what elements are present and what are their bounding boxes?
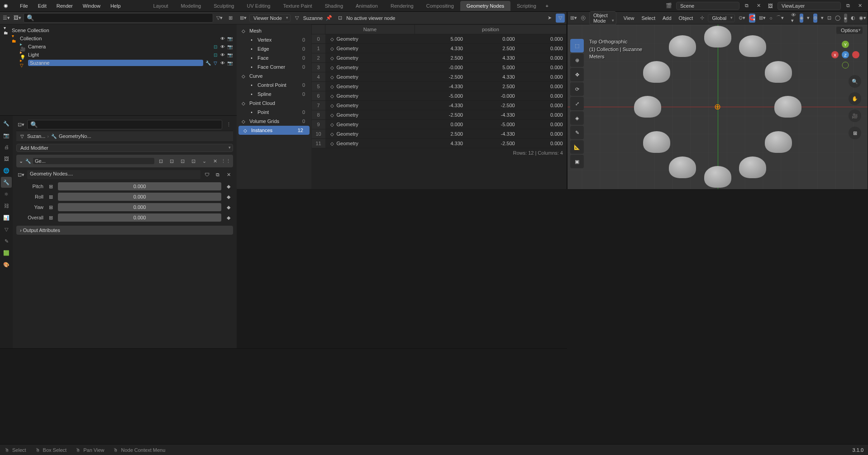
value-input[interactable]: 0.000 [58,213,221,222]
new-collection-icon[interactable]: ⊞ [226,14,235,23]
mod-drag-icon[interactable]: ⋮⋮ [221,156,230,166]
workspace-tab-compositing[interactable]: Compositing [420,1,460,11]
shading-rendered-icon[interactable]: ◉▾ [859,14,866,23]
table-row[interactable]: 10◇ Geometry2.500-4.3300.000 [312,129,567,139]
scene-icon[interactable]: 🎬 [664,1,673,10]
table-row[interactable]: 8◇ Geometry-2.500-4.3300.000 [312,110,567,120]
mod-delete-icon[interactable]: ✕ [210,156,219,166]
menu-file[interactable]: File [15,1,33,10]
cursor-tool[interactable]: ⊕ [570,53,584,67]
menu-window[interactable]: Window [78,1,105,10]
keyframe-icon[interactable]: ◆ [224,182,233,191]
workspace-tab-scripting[interactable]: Scripting [510,1,543,11]
measure-tool[interactable]: 📐 [570,140,584,154]
properties-search[interactable] [27,120,222,129]
proportional-icon[interactable]: ○ [769,14,773,23]
eye-icon[interactable]: 👁 [219,52,226,58]
eye-icon[interactable]: 👁 [219,60,226,66]
shading-material-icon[interactable]: ◐ [851,14,855,23]
add-modifier-button[interactable]: Add Modifier [16,144,233,152]
outliner-search[interactable] [24,13,213,23]
viewport-options[interactable]: Options [836,26,863,34]
interaction-mode[interactable]: Object Mode [589,11,616,25]
table-row[interactable]: 0◇ Geometry5.0000.0000.000 [312,34,567,44]
workspace-tab-rendering[interactable]: Rendering [384,1,420,11]
outliner-camera[interactable]: ▸ 🎥Camera⊡👁📷 [2,43,235,51]
prop-tab-8[interactable]: 📊 [1,212,12,223]
mod-icon[interactable]: ⊡ [167,156,176,166]
prop-tab-0[interactable]: 🔧 [1,118,12,129]
transform-tool[interactable]: ◈ [570,111,584,125]
attr-toggle-icon[interactable]: ⊞ [46,182,55,191]
value-input[interactable]: 0.000 [58,182,221,190]
outliner-suzanne[interactable]: ▸ ▽Suzanne🔧▽👁📷 [2,59,235,67]
prop-tab-11[interactable]: 🟩 [1,247,12,258]
scene-collection-row[interactable]: ▾🖿 Scene Collection [2,26,235,34]
col-name[interactable]: Name [325,25,415,34]
shading-solid-icon[interactable]: ● [844,14,847,23]
gizmos-toggle-icon[interactable]: ◈ [800,14,803,23]
blender-logo-icon[interactable]: ◉ [0,0,12,12]
eye-icon[interactable]: 👁 [219,35,226,42]
prop-tab-9[interactable]: ▽ [1,224,12,235]
keyframe-icon[interactable]: ◆ [224,192,233,201]
workspace-tab-texture-paint[interactable]: Texture Paint [277,1,318,11]
editor-type-icon[interactable]: ⊞▾ [570,14,577,23]
domain-mesh[interactable]: ◇Mesh [237,26,311,35]
table-row[interactable]: 6◇ Geometry-5.000-0.0000.000 [312,91,567,101]
editor-type-icon[interactable]: ☰▾ [2,14,11,23]
pan-icon[interactable]: ✋ [849,92,861,105]
table-row[interactable]: 4◇ Geometry-2.5004.3300.000 [312,72,567,82]
col-position[interactable]: position [415,25,566,34]
domain-instances[interactable]: ◇Instances12 [238,126,310,135]
domain-edge[interactable]: •Edge0 [237,44,311,53]
snap-icon[interactable]: 🧲 [749,14,755,23]
workspace-tab-sculpting[interactable]: Sculpting [207,1,240,11]
vp-menu-select[interactable]: Select [638,14,659,22]
keyframe-icon[interactable]: ◆ [224,203,233,212]
prop-tab-5[interactable]: 🔧 [1,177,12,188]
keyframe-icon[interactable]: ◆ [224,213,233,222]
filter-icon[interactable]: ▽ [556,14,565,23]
table-row[interactable]: 9◇ Geometry0.000-5.0000.000 [312,120,567,129]
spreadsheet-mode[interactable]: Viewer Node [249,14,291,22]
mod-icon[interactable]: ⊡ [178,156,187,166]
render-icon[interactable]: 📷 [227,60,233,66]
add-workspace-icon[interactable]: + [543,1,552,10]
domain-face[interactable]: •Face0 [237,53,311,62]
prop-tab-10[interactable]: ✎ [1,236,12,246]
nodegroup-icon[interactable]: ⊡▾ [16,170,25,179]
vp-menu-add[interactable]: Add [659,14,675,22]
editor-type-icon[interactable]: ⊡▾ [16,120,25,129]
delete-scene-icon[interactable]: ✕ [754,1,763,10]
render-icon[interactable]: 📷 [227,52,233,58]
outliner-light[interactable]: ▸ 💡Light⊡👁📷 [2,51,235,59]
prop-tab-4[interactable]: 🌐 [1,165,12,176]
filter-icon[interactable]: ▽▾ [215,14,224,23]
domain-spline[interactable]: •Spline0 [237,90,311,99]
move-tool[interactable]: ✥ [570,68,584,81]
navigation-gizmo[interactable]: YXZ [830,39,861,71]
pivot-icon[interactable]: ⊙▾ [739,14,745,23]
value-input[interactable]: 0.000 [58,203,221,211]
output-attributes-section[interactable]: › Output Attributes [16,226,233,235]
scene-selector[interactable]: Scene [676,2,739,10]
geometry-node-editor[interactable]: ⊞▾ ViewSelectAddNode ⊡▾ Geometry Nodes.0… [0,348,567,349]
new-scene-icon[interactable]: ⧉ [742,1,751,10]
workspace-tab-modeling[interactable]: Modeling [175,1,208,11]
mod-menu-icon[interactable]: ⌄ [200,156,209,166]
camera-view-icon[interactable]: 🎥 [849,109,861,122]
eye-icon[interactable]: 👁 [219,43,226,50]
pin-icon[interactable]: 📌 [324,14,334,23]
visibility-icon[interactable]: 👁▾ [791,14,796,23]
attr-toggle-icon[interactable]: ⊞ [46,192,55,201]
workspace-tab-animation[interactable]: Animation [349,1,384,11]
fake-user-icon[interactable]: 🛡 [202,170,211,179]
zoom-icon[interactable]: 🔍 [849,75,861,88]
vp-menu-object[interactable]: Object [675,14,697,22]
render-icon[interactable]: 📷 [227,35,233,42]
proportional-type-icon[interactable]: ⌒▾ [776,14,784,23]
render-icon[interactable]: 📷 [227,43,233,50]
modifier-header[interactable]: ⌄🔧 Ge... ⊡ ⊡ ⊡ ⊡ ⌄ ✕ ⋮⋮ [16,155,233,167]
prop-tab-2[interactable]: 🖨 [1,142,12,152]
